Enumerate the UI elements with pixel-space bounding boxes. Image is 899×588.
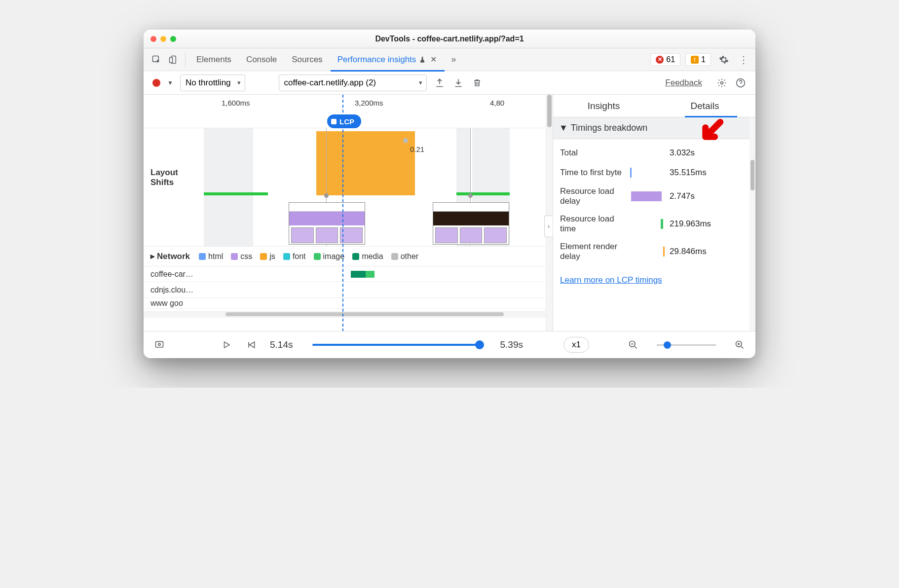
experiment-icon bbox=[419, 56, 426, 64]
delete-icon[interactable] bbox=[471, 77, 483, 89]
close-tab-button[interactable]: ✕ bbox=[429, 55, 438, 64]
panel-settings-icon[interactable] bbox=[716, 77, 728, 89]
titlebar: DevTools - coffee-cart.netlify.app/?ad=1 bbox=[144, 30, 755, 48]
tab-label: Performance insights bbox=[337, 55, 416, 65]
recording-toolbar: ▼ No throttling coffee-cart.netlify.app … bbox=[144, 71, 755, 95]
inspect-element-icon[interactable] bbox=[151, 55, 161, 65]
errors-badge[interactable]: ✕ 61 bbox=[650, 53, 680, 66]
tab-insights[interactable]: Insights bbox=[553, 95, 654, 117]
network-legend-row: ▸ Network html css js font image media o… bbox=[144, 247, 553, 266]
ruler-tick: 1,600ms bbox=[222, 99, 250, 107]
svg-rect-2 bbox=[170, 57, 173, 63]
network-legend: html css js font image media other bbox=[199, 252, 418, 261]
ruler-tick: 3,200ms bbox=[355, 99, 383, 107]
help-icon[interactable] bbox=[735, 77, 747, 89]
more-tabs-button[interactable]: » bbox=[449, 55, 458, 65]
timings-metrics: Total 3.032s Time to first byte 35.515ms… bbox=[553, 139, 755, 269]
metric-load-time: Resource load time 219.963ms bbox=[560, 210, 749, 238]
tab-details[interactable]: Details bbox=[654, 95, 755, 117]
zoom-slider[interactable] bbox=[657, 344, 716, 346]
metric-total: Total 3.032s bbox=[560, 143, 749, 163]
metric-load-delay: Resource load delay 2.747s bbox=[560, 183, 749, 210]
network-rows: coffee-car… cdnjs.clou… www goo bbox=[144, 266, 553, 309]
device-toolbar-icon[interactable] bbox=[168, 55, 178, 65]
cls-point[interactable] bbox=[403, 138, 408, 143]
throttling-select[interactable]: No throttling bbox=[180, 74, 245, 91]
lcp-marker[interactable]: LCP bbox=[327, 114, 361, 128]
section-title: Timings breakdown bbox=[571, 123, 647, 133]
zoom-window-button[interactable] bbox=[170, 36, 176, 42]
timeline-pane: 1,600ms 3,200ms 4,80 LCP Layout Shifts bbox=[144, 95, 553, 331]
metric-render-delay: Element render delay 29.846ms bbox=[560, 238, 749, 265]
metric-ttfb: Time to first byte 35.515ms bbox=[560, 163, 749, 183]
tab-performance-insights[interactable]: Performance insights ✕ bbox=[331, 48, 445, 71]
lcp-label: LCP bbox=[339, 117, 354, 126]
window-controls bbox=[150, 36, 176, 42]
record-button[interactable] bbox=[152, 79, 160, 87]
layout-shifts-row: Layout Shifts 0.21 bbox=[144, 128, 553, 247]
network-request-row[interactable]: cdnjs.clou… bbox=[144, 282, 553, 298]
warning-icon: ! bbox=[691, 56, 699, 64]
recording-value: coffee-cart.netlify.app (2) bbox=[284, 78, 376, 88]
learn-more-link[interactable]: Learn more on LCP timings bbox=[553, 269, 755, 291]
network-toggle[interactable]: ▸ Network bbox=[150, 251, 190, 261]
throttling-value: No throttling bbox=[186, 78, 231, 88]
lcp-stop-icon bbox=[331, 119, 337, 124]
playback-slider[interactable] bbox=[312, 344, 480, 346]
play-button[interactable] bbox=[221, 339, 232, 351]
minimize-window-button[interactable] bbox=[160, 36, 166, 42]
side-tabs: Insights Details bbox=[553, 95, 755, 117]
settings-icon[interactable] bbox=[717, 53, 731, 67]
import-icon[interactable] bbox=[452, 77, 464, 89]
horizontal-scrollbar[interactable] bbox=[144, 311, 553, 318]
duration: 5.39s bbox=[500, 339, 523, 350]
layout-shifts-label: Layout Shifts bbox=[144, 128, 198, 246]
details-pane: Insights Details ▼ Timings breakdown Tot… bbox=[553, 95, 755, 331]
svg-rect-5 bbox=[156, 341, 163, 347]
playhead-line[interactable] bbox=[342, 95, 343, 331]
record-menu-chevron-icon[interactable]: ▼ bbox=[167, 79, 173, 86]
layout-shifts-track[interactable]: 0.21 bbox=[198, 128, 553, 246]
error-icon: ✕ bbox=[656, 56, 664, 64]
ruler-tick: 4,80 bbox=[490, 99, 504, 107]
preview-toggle-icon[interactable] bbox=[153, 339, 165, 351]
recording-select[interactable]: coffee-cart.netlify.app (2) bbox=[279, 74, 427, 91]
side-scrollbar[interactable] bbox=[749, 117, 755, 331]
devtools-tabbar: Elements Console Sources Performance ins… bbox=[144, 48, 755, 71]
tab-elements[interactable]: Elements bbox=[189, 48, 238, 71]
collapse-sidebar-button[interactable]: › bbox=[544, 216, 553, 237]
cls-block[interactable] bbox=[316, 131, 415, 195]
warnings-badge[interactable]: ! 1 bbox=[685, 53, 711, 66]
devtools-window: DevTools - coffee-cart.netlify.app/?ad=1… bbox=[144, 30, 755, 358]
network-request-row[interactable]: www goo bbox=[144, 298, 553, 309]
playback-footer: 5.14s 5.39s x1 bbox=[144, 331, 755, 358]
tab-console[interactable]: Console bbox=[239, 48, 284, 71]
annotation-arrow-icon bbox=[697, 118, 725, 146]
cls-value: 0.21 bbox=[410, 145, 424, 153]
export-icon[interactable] bbox=[434, 77, 446, 89]
kebab-menu-icon[interactable]: ⋮ bbox=[737, 53, 750, 67]
window-title: DevTools - coffee-cart.netlify.app/?ad=1 bbox=[144, 35, 755, 43]
speed-selector[interactable]: x1 bbox=[563, 337, 589, 353]
zoom-in-button[interactable] bbox=[734, 339, 746, 351]
svg-point-3 bbox=[721, 81, 723, 84]
screenshot-thumbnail[interactable] bbox=[289, 202, 365, 245]
zoom-out-button[interactable] bbox=[627, 339, 639, 351]
skip-back-button[interactable] bbox=[245, 339, 257, 351]
main-body: 1,600ms 3,200ms 4,80 LCP Layout Shifts bbox=[144, 95, 755, 331]
timings-breakdown-header[interactable]: ▼ Timings breakdown bbox=[553, 117, 755, 139]
disclosure-triangle-icon: ▼ bbox=[559, 123, 568, 133]
feedback-link[interactable]: Feedback bbox=[665, 78, 702, 88]
svg-point-6 bbox=[158, 343, 160, 345]
screenshot-thumbnail[interactable] bbox=[433, 202, 509, 245]
current-time: 5.14s bbox=[270, 339, 293, 350]
close-window-button[interactable] bbox=[150, 36, 156, 42]
time-ruler[interactable]: 1,600ms 3,200ms 4,80 LCP bbox=[144, 95, 553, 128]
warning-count: 1 bbox=[701, 55, 706, 64]
vertical-scrollbar[interactable] bbox=[546, 95, 553, 331]
network-request-row[interactable]: coffee-car… bbox=[144, 266, 553, 282]
error-count: 61 bbox=[666, 55, 675, 64]
tab-sources[interactable]: Sources bbox=[285, 48, 329, 71]
